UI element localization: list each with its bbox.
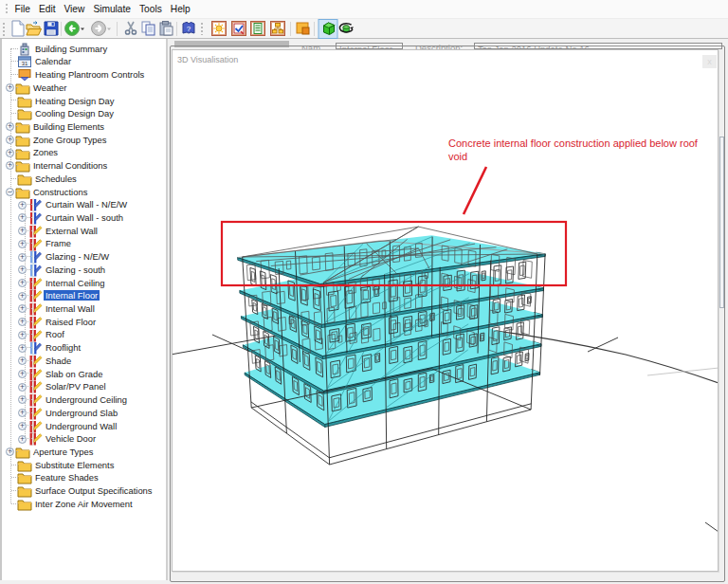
svg-text:31: 31 xyxy=(22,61,28,66)
svg-text:?: ? xyxy=(187,25,191,33)
